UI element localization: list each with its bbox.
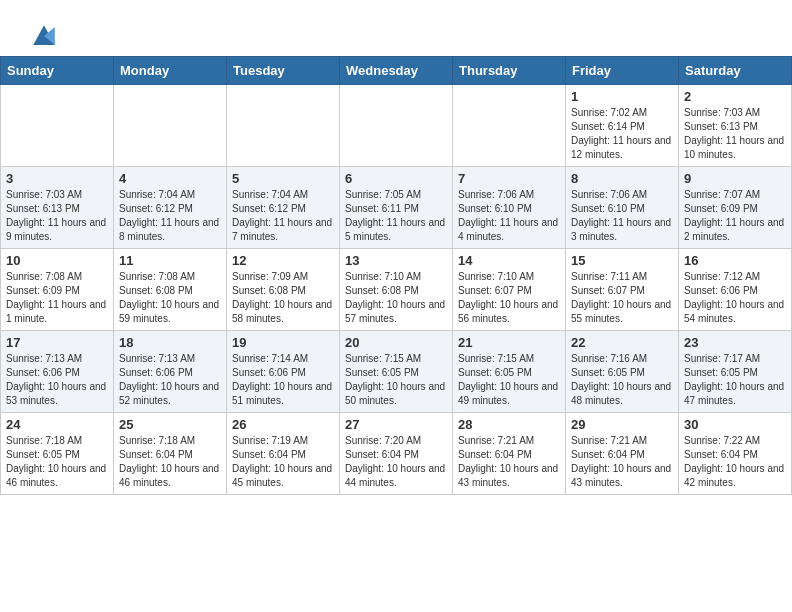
calendar-cell: 26Sunrise: 7:19 AM Sunset: 6:04 PM Dayli… <box>227 413 340 495</box>
day-info: Sunrise: 7:17 AM Sunset: 6:05 PM Dayligh… <box>684 352 786 408</box>
day-number: 29 <box>571 417 673 432</box>
day-info: Sunrise: 7:07 AM Sunset: 6:09 PM Dayligh… <box>684 188 786 244</box>
day-info: Sunrise: 7:15 AM Sunset: 6:05 PM Dayligh… <box>345 352 447 408</box>
calendar-cell: 3Sunrise: 7:03 AM Sunset: 6:13 PM Daylig… <box>1 167 114 249</box>
day-info: Sunrise: 7:21 AM Sunset: 6:04 PM Dayligh… <box>458 434 560 490</box>
day-number: 21 <box>458 335 560 350</box>
calendar-cell: 8Sunrise: 7:06 AM Sunset: 6:10 PM Daylig… <box>566 167 679 249</box>
day-number: 5 <box>232 171 334 186</box>
calendar-header-row: SundayMondayTuesdayWednesdayThursdayFrid… <box>1 57 792 85</box>
calendar-cell: 18Sunrise: 7:13 AM Sunset: 6:06 PM Dayli… <box>114 331 227 413</box>
day-info: Sunrise: 7:08 AM Sunset: 6:09 PM Dayligh… <box>6 270 108 326</box>
page-header <box>0 0 792 56</box>
day-number: 28 <box>458 417 560 432</box>
weekday-header-sunday: Sunday <box>1 57 114 85</box>
day-info: Sunrise: 7:14 AM Sunset: 6:06 PM Dayligh… <box>232 352 334 408</box>
day-number: 17 <box>6 335 108 350</box>
day-number: 15 <box>571 253 673 268</box>
calendar-cell: 11Sunrise: 7:08 AM Sunset: 6:08 PM Dayli… <box>114 249 227 331</box>
day-number: 22 <box>571 335 673 350</box>
day-number: 7 <box>458 171 560 186</box>
day-info: Sunrise: 7:03 AM Sunset: 6:13 PM Dayligh… <box>684 106 786 162</box>
calendar-cell: 5Sunrise: 7:04 AM Sunset: 6:12 PM Daylig… <box>227 167 340 249</box>
calendar-cell <box>453 85 566 167</box>
calendar-cell <box>340 85 453 167</box>
day-info: Sunrise: 7:11 AM Sunset: 6:07 PM Dayligh… <box>571 270 673 326</box>
calendar-cell: 14Sunrise: 7:10 AM Sunset: 6:07 PM Dayli… <box>453 249 566 331</box>
day-info: Sunrise: 7:16 AM Sunset: 6:05 PM Dayligh… <box>571 352 673 408</box>
calendar-cell: 21Sunrise: 7:15 AM Sunset: 6:05 PM Dayli… <box>453 331 566 413</box>
calendar-cell: 6Sunrise: 7:05 AM Sunset: 6:11 PM Daylig… <box>340 167 453 249</box>
calendar-cell <box>114 85 227 167</box>
day-number: 26 <box>232 417 334 432</box>
day-info: Sunrise: 7:04 AM Sunset: 6:12 PM Dayligh… <box>119 188 221 244</box>
day-number: 3 <box>6 171 108 186</box>
calendar-cell: 7Sunrise: 7:06 AM Sunset: 6:10 PM Daylig… <box>453 167 566 249</box>
calendar-cell: 30Sunrise: 7:22 AM Sunset: 6:04 PM Dayli… <box>679 413 792 495</box>
calendar-cell: 29Sunrise: 7:21 AM Sunset: 6:04 PM Dayli… <box>566 413 679 495</box>
day-number: 27 <box>345 417 447 432</box>
calendar-cell: 13Sunrise: 7:10 AM Sunset: 6:08 PM Dayli… <box>340 249 453 331</box>
calendar-week-5: 24Sunrise: 7:18 AM Sunset: 6:05 PM Dayli… <box>1 413 792 495</box>
day-number: 9 <box>684 171 786 186</box>
weekday-header-friday: Friday <box>566 57 679 85</box>
day-info: Sunrise: 7:04 AM Sunset: 6:12 PM Dayligh… <box>232 188 334 244</box>
day-number: 8 <box>571 171 673 186</box>
weekday-header-wednesday: Wednesday <box>340 57 453 85</box>
day-info: Sunrise: 7:08 AM Sunset: 6:08 PM Dayligh… <box>119 270 221 326</box>
day-number: 10 <box>6 253 108 268</box>
day-info: Sunrise: 7:10 AM Sunset: 6:08 PM Dayligh… <box>345 270 447 326</box>
day-number: 2 <box>684 89 786 104</box>
logo-icon <box>26 18 62 54</box>
calendar-cell: 1Sunrise: 7:02 AM Sunset: 6:14 PM Daylig… <box>566 85 679 167</box>
calendar-cell: 27Sunrise: 7:20 AM Sunset: 6:04 PM Dayli… <box>340 413 453 495</box>
calendar-cell: 16Sunrise: 7:12 AM Sunset: 6:06 PM Dayli… <box>679 249 792 331</box>
calendar-cell: 12Sunrise: 7:09 AM Sunset: 6:08 PM Dayli… <box>227 249 340 331</box>
calendar-cell <box>1 85 114 167</box>
calendar-cell: 28Sunrise: 7:21 AM Sunset: 6:04 PM Dayli… <box>453 413 566 495</box>
weekday-header-monday: Monday <box>114 57 227 85</box>
calendar-week-3: 10Sunrise: 7:08 AM Sunset: 6:09 PM Dayli… <box>1 249 792 331</box>
calendar-cell: 20Sunrise: 7:15 AM Sunset: 6:05 PM Dayli… <box>340 331 453 413</box>
day-info: Sunrise: 7:13 AM Sunset: 6:06 PM Dayligh… <box>119 352 221 408</box>
day-info: Sunrise: 7:18 AM Sunset: 6:04 PM Dayligh… <box>119 434 221 490</box>
day-number: 1 <box>571 89 673 104</box>
day-number: 13 <box>345 253 447 268</box>
calendar-cell: 9Sunrise: 7:07 AM Sunset: 6:09 PM Daylig… <box>679 167 792 249</box>
day-number: 6 <box>345 171 447 186</box>
day-info: Sunrise: 7:03 AM Sunset: 6:13 PM Dayligh… <box>6 188 108 244</box>
day-number: 25 <box>119 417 221 432</box>
calendar-cell: 4Sunrise: 7:04 AM Sunset: 6:12 PM Daylig… <box>114 167 227 249</box>
day-info: Sunrise: 7:05 AM Sunset: 6:11 PM Dayligh… <box>345 188 447 244</box>
calendar-cell: 17Sunrise: 7:13 AM Sunset: 6:06 PM Dayli… <box>1 331 114 413</box>
day-info: Sunrise: 7:18 AM Sunset: 6:05 PM Dayligh… <box>6 434 108 490</box>
calendar-week-2: 3Sunrise: 7:03 AM Sunset: 6:13 PM Daylig… <box>1 167 792 249</box>
day-number: 19 <box>232 335 334 350</box>
calendar-cell: 22Sunrise: 7:16 AM Sunset: 6:05 PM Dayli… <box>566 331 679 413</box>
weekday-header-saturday: Saturday <box>679 57 792 85</box>
weekday-header-thursday: Thursday <box>453 57 566 85</box>
logo <box>24 18 62 48</box>
day-info: Sunrise: 7:06 AM Sunset: 6:10 PM Dayligh… <box>571 188 673 244</box>
day-number: 12 <box>232 253 334 268</box>
day-number: 23 <box>684 335 786 350</box>
day-number: 11 <box>119 253 221 268</box>
day-info: Sunrise: 7:20 AM Sunset: 6:04 PM Dayligh… <box>345 434 447 490</box>
day-info: Sunrise: 7:19 AM Sunset: 6:04 PM Dayligh… <box>232 434 334 490</box>
calendar-cell: 24Sunrise: 7:18 AM Sunset: 6:05 PM Dayli… <box>1 413 114 495</box>
day-info: Sunrise: 7:06 AM Sunset: 6:10 PM Dayligh… <box>458 188 560 244</box>
calendar-cell: 10Sunrise: 7:08 AM Sunset: 6:09 PM Dayli… <box>1 249 114 331</box>
calendar-week-4: 17Sunrise: 7:13 AM Sunset: 6:06 PM Dayli… <box>1 331 792 413</box>
day-number: 20 <box>345 335 447 350</box>
day-number: 14 <box>458 253 560 268</box>
day-info: Sunrise: 7:22 AM Sunset: 6:04 PM Dayligh… <box>684 434 786 490</box>
day-number: 24 <box>6 417 108 432</box>
day-info: Sunrise: 7:10 AM Sunset: 6:07 PM Dayligh… <box>458 270 560 326</box>
weekday-header-tuesday: Tuesday <box>227 57 340 85</box>
calendar-week-1: 1Sunrise: 7:02 AM Sunset: 6:14 PM Daylig… <box>1 85 792 167</box>
calendar-cell: 19Sunrise: 7:14 AM Sunset: 6:06 PM Dayli… <box>227 331 340 413</box>
day-info: Sunrise: 7:21 AM Sunset: 6:04 PM Dayligh… <box>571 434 673 490</box>
day-info: Sunrise: 7:13 AM Sunset: 6:06 PM Dayligh… <box>6 352 108 408</box>
day-info: Sunrise: 7:12 AM Sunset: 6:06 PM Dayligh… <box>684 270 786 326</box>
day-info: Sunrise: 7:15 AM Sunset: 6:05 PM Dayligh… <box>458 352 560 408</box>
